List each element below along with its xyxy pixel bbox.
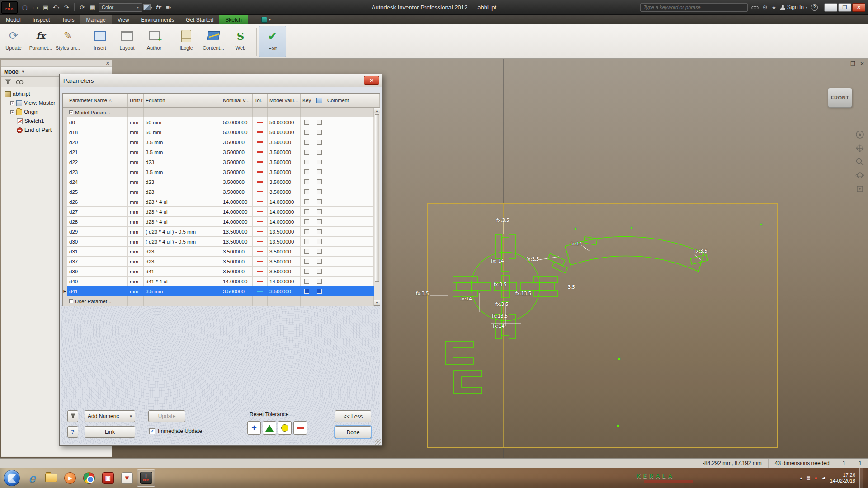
param-equation-cell[interactable]: d23 bbox=[144, 177, 221, 187]
tray-volume-icon[interactable]: ◄ bbox=[821, 475, 826, 480]
parameter-row-d20[interactable]: d20mm3.5 mm3.5000003.500000 bbox=[63, 137, 374, 147]
param-tolerance-cell[interactable] bbox=[253, 127, 268, 137]
param-export-cell[interactable] bbox=[313, 257, 326, 267]
show-desktop-button[interactable] bbox=[859, 468, 863, 488]
maximize-button[interactable]: ❐ bbox=[838, 3, 851, 12]
expand-plus-icon[interactable]: + bbox=[10, 101, 14, 105]
tray-display-icon[interactable]: ▦ bbox=[806, 475, 810, 480]
param-equation-cell[interactable]: 3.5 mm bbox=[144, 147, 221, 157]
tolerance-minus-button[interactable] bbox=[293, 421, 307, 435]
taskbar-app-orange-icon[interactable]: ▼ bbox=[118, 469, 136, 487]
param-comment-cell[interactable] bbox=[326, 167, 374, 177]
update-button[interactable]: ⟳ Update bbox=[0, 26, 27, 57]
styles-editor-button[interactable]: ✎ Styles an... bbox=[54, 26, 81, 57]
export-checkbox[interactable] bbox=[317, 269, 322, 274]
export-checkbox[interactable] bbox=[317, 169, 322, 174]
export-checkbox[interactable] bbox=[317, 160, 322, 164]
param-key-cell[interactable] bbox=[301, 117, 313, 127]
parameter-row-d0[interactable]: d0mm50 mm50.00000050.000000 bbox=[63, 117, 374, 127]
key-checkbox[interactable] bbox=[304, 199, 309, 204]
search-input[interactable] bbox=[640, 3, 748, 12]
parameter-row-d40[interactable]: d40mmd41 * 4 ul14.00000014.000000 bbox=[63, 277, 374, 286]
doc-minimize-icon[interactable]: — bbox=[840, 61, 846, 67]
dialog-title-bar[interactable]: Parameters ✕ bbox=[60, 74, 382, 87]
parameter-row-d26[interactable]: d26mmd23 * 4 ul14.00000014.000000 bbox=[63, 197, 374, 207]
column-unit[interactable]: Unit/Ty bbox=[128, 94, 144, 107]
param-equation-cell[interactable]: d41 * 4 ul bbox=[144, 277, 221, 286]
param-key-cell[interactable] bbox=[301, 277, 313, 286]
param-equation-cell[interactable]: d23 * 4 ul bbox=[144, 217, 221, 227]
param-key-cell[interactable] bbox=[301, 157, 313, 167]
parameter-row-d18[interactable]: d18mm50 mm50.00000050.000000 bbox=[63, 127, 374, 137]
export-checkbox[interactable] bbox=[317, 239, 322, 244]
tab-inspect[interactable]: Inspect bbox=[27, 15, 56, 24]
param-tolerance-cell[interactable] bbox=[253, 187, 268, 197]
param-key-cell[interactable] bbox=[301, 137, 313, 147]
key-checkbox[interactable] bbox=[304, 289, 309, 294]
param-export-cell[interactable] bbox=[313, 117, 326, 127]
column-export-flag[interactable] bbox=[313, 94, 326, 107]
column-key[interactable]: Key bbox=[301, 94, 313, 107]
browser-close-icon[interactable]: ✕ bbox=[106, 61, 110, 66]
param-comment-cell[interactable] bbox=[326, 286, 374, 296]
settings-gear-icon[interactable]: ⚙ bbox=[762, 4, 768, 11]
layout-button[interactable]: Layout bbox=[113, 26, 141, 57]
parameters-button[interactable]: fx Paramet... bbox=[27, 26, 54, 57]
navigation-wheel-icon[interactable] bbox=[855, 130, 864, 139]
insert-button[interactable]: Insert bbox=[86, 26, 113, 57]
parameter-row-d24[interactable]: d24mmd233.5000003.500000 bbox=[63, 177, 374, 187]
param-export-cell[interactable] bbox=[313, 286, 326, 296]
dialog-close-button[interactable]: ✕ bbox=[364, 76, 379, 85]
scrollbar-thumb[interactable] bbox=[375, 114, 379, 282]
export-checkbox[interactable] bbox=[317, 189, 322, 194]
param-equation-cell[interactable]: d23 bbox=[144, 187, 221, 197]
param-key-cell[interactable] bbox=[301, 227, 313, 237]
update-document-icon[interactable]: ⟳ bbox=[78, 3, 87, 12]
parameter-row-d41[interactable]: ▶d41mm3.5 mm3.5000003.500000 bbox=[63, 286, 374, 296]
param-export-cell[interactable] bbox=[313, 157, 326, 167]
parameter-row-d39[interactable]: d39mmd413.5000003.500000 bbox=[63, 267, 374, 277]
param-export-cell[interactable] bbox=[313, 247, 326, 257]
parameter-row-d23[interactable]: d23mm3.5 mm3.5000003.500000 bbox=[63, 167, 374, 177]
param-comment-cell[interactable] bbox=[326, 257, 374, 267]
column-equation[interactable]: Equation bbox=[144, 94, 221, 107]
param-comment-cell[interactable] bbox=[326, 267, 374, 277]
param-key-cell[interactable] bbox=[301, 187, 313, 197]
dialog-help-button[interactable]: ? bbox=[67, 426, 78, 438]
expand-plus-icon[interactable]: + bbox=[10, 110, 14, 114]
key-checkbox[interactable] bbox=[304, 179, 309, 184]
param-equation-cell[interactable]: 3.5 mm bbox=[144, 137, 221, 147]
doc-close-icon[interactable]: ✕ bbox=[860, 61, 864, 67]
export-checkbox[interactable] bbox=[317, 130, 322, 135]
favorites-star-icon[interactable]: ★ bbox=[771, 4, 777, 11]
taskbar-app-red-icon[interactable]: ▣ bbox=[99, 469, 117, 487]
param-comment-cell[interactable] bbox=[326, 217, 374, 227]
param-key-cell[interactable] bbox=[301, 207, 313, 217]
key-checkbox[interactable] bbox=[304, 130, 309, 135]
group-row-model-parameters[interactable]: −Model Param... bbox=[63, 108, 374, 117]
resize-grip[interactable] bbox=[375, 439, 381, 445]
undo-icon[interactable]: ↶▾ bbox=[52, 3, 61, 12]
parameters-fx-button[interactable]: fx bbox=[154, 3, 163, 12]
param-key-cell[interactable] bbox=[301, 237, 313, 247]
param-comment-cell[interactable] bbox=[326, 187, 374, 197]
measure-icon[interactable]: ▦ bbox=[88, 3, 97, 12]
export-checkbox[interactable] bbox=[317, 179, 322, 184]
content-center-button[interactable]: Content... bbox=[200, 26, 227, 57]
key-checkbox[interactable] bbox=[304, 150, 309, 155]
param-export-cell[interactable] bbox=[313, 267, 326, 277]
view-cube[interactable]: FRONT bbox=[828, 88, 852, 108]
param-comment-cell[interactable] bbox=[326, 207, 374, 217]
taskbar-explorer-icon[interactable] bbox=[42, 469, 60, 487]
immediate-update-checkbox[interactable]: ✓ bbox=[149, 428, 155, 434]
param-tolerance-cell[interactable] bbox=[253, 137, 268, 147]
filter-button[interactable] bbox=[67, 410, 78, 422]
column-comment[interactable]: Comment bbox=[326, 94, 380, 107]
param-equation-cell[interactable]: ( d23 * 4 ul ) - 0.5 mm bbox=[144, 227, 221, 237]
column-nominal[interactable]: Nominal V... bbox=[221, 94, 253, 107]
param-key-cell[interactable] bbox=[301, 197, 313, 207]
chevron-down-icon[interactable]: ▾ bbox=[269, 18, 271, 22]
param-equation-cell[interactable]: d23 bbox=[144, 247, 221, 257]
param-equation-cell[interactable]: ( d23 * 4 ul ) - 0.5 mm bbox=[144, 237, 221, 247]
inventor-logo-button[interactable]: I PRO bbox=[1, 1, 18, 14]
